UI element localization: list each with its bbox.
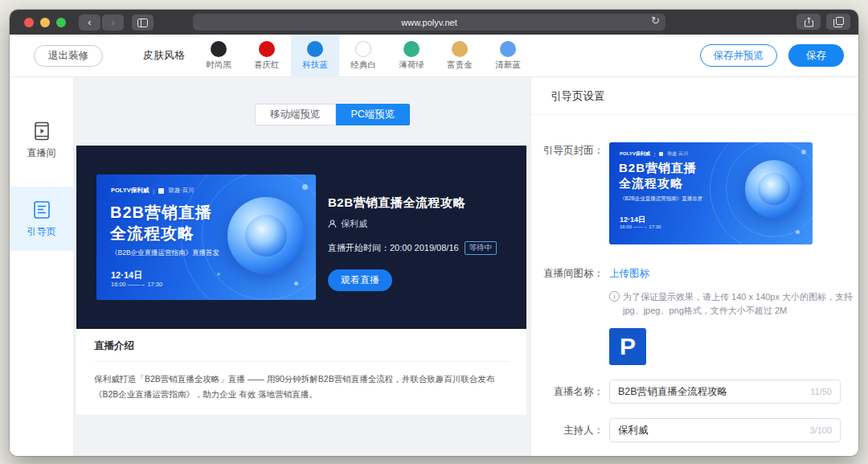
swatch-classic-white[interactable]: 经典白: [339, 35, 387, 76]
back-button[interactable]: ‹: [79, 14, 100, 31]
banner-dot: [294, 281, 298, 285]
watch-live-button[interactable]: 观看直播: [328, 269, 392, 291]
swatch-color-dot: [355, 41, 371, 57]
polyv-logo: POLYV保利威: [111, 187, 149, 195]
swatch-fresh-blue[interactable]: 清新蓝: [484, 35, 532, 76]
swatch-fashion-black[interactable]: 时尚黑: [194, 35, 243, 76]
stream-name-counter: 11/50: [810, 387, 832, 396]
url-text: www.polyv.net: [401, 18, 457, 27]
close-window-button[interactable]: [24, 18, 34, 27]
swatch-color-dot: [211, 41, 227, 57]
swatch-label: 经典白: [350, 60, 376, 71]
banner-date: 12·14日: [111, 269, 142, 281]
tabs-overview-icon[interactable]: [826, 14, 850, 30]
host-counter: 3/100: [809, 425, 832, 435]
forward-button[interactable]: ›: [102, 14, 124, 31]
stream-info: B2B营销直播全流程攻略 保利威 直播开始时间：20:00 2019/08/16…: [328, 195, 514, 291]
intro-divider: [94, 361, 509, 362]
save-and-preview-button[interactable]: 保存并预览: [700, 44, 778, 67]
swatch-rich-gold[interactable]: 富贵金: [436, 35, 484, 76]
cover-banner: POLYV保利威 | 致趣·百川 B2B营销直播 全流程攻略 《B2B企业直播运…: [609, 142, 813, 244]
stream-start-row: 直播开始时间：20:00 2019/08/16 等待中: [328, 241, 514, 255]
save-button[interactable]: 保存: [788, 44, 844, 67]
tab-mobile-preview[interactable]: 移动端预览: [255, 104, 336, 125]
banner-time: 16:00 ——→ 17:30: [111, 281, 162, 288]
livestream-banner: POLYV保利威 | 致趣·百川 B2B营销直播 全流程攻略 《B2B企业直播运…: [96, 175, 316, 300]
host-input[interactable]: 保利威 3/100: [609, 418, 841, 442]
logo-separator: |: [153, 187, 154, 195]
swatch-color-dot: [452, 41, 468, 57]
swatch-festive-red[interactable]: 喜庆红: [243, 35, 291, 76]
swatch-label: 喜庆红: [254, 60, 280, 71]
pc-preview-card: POLYV保利威 | 致趣·百川 B2B营销直播 全流程攻略 《B2B企业直播运…: [76, 146, 526, 415]
reload-icon[interactable]: ↻: [651, 14, 660, 27]
nav-item-label: 引导页: [27, 225, 56, 239]
browser-window: ‹ › www.polyv.net ↻ 退出装修 皮肤风格 时尚黑: [10, 10, 858, 456]
cover-row: 引导页封面： POLYV保利威 |: [531, 142, 858, 244]
toolbar-actions: 保存并预览 保存: [700, 44, 845, 67]
banner-time: 16:00 ——→ 17:30: [620, 224, 661, 229]
traffic-lights: [24, 18, 66, 27]
banner-title-line2: 全流程攻略: [619, 176, 683, 191]
preview-device-tabs: 移动端预览 PC端预览: [255, 104, 410, 125]
banner-sphere-core: [245, 215, 287, 257]
banner-logos: POLYV保利威 | 致趣·百川: [620, 150, 688, 158]
stream-title: B2B营销直播全流程攻略: [328, 195, 514, 211]
swatch-label: 科技蓝: [302, 60, 328, 71]
upload-icon-link[interactable]: 上传图标: [609, 268, 649, 279]
stream-start-time: 直播开始时间：20:00 2019/08/16: [328, 242, 459, 254]
partner-logo-icon: [659, 152, 663, 156]
partner-logo: 致趣·百川: [168, 187, 194, 195]
person-icon: [328, 220, 337, 228]
exit-decoration-button[interactable]: 退出装修: [34, 45, 103, 67]
swatch-label: 清新蓝: [495, 60, 521, 71]
swatch-color-dot: [403, 41, 420, 57]
room-icon-label: 直播间图标：: [531, 265, 604, 365]
intro-heading: 直播介绍: [94, 339, 509, 353]
banner-dot: [217, 273, 220, 276]
address-bar[interactable]: www.polyv.net ↻: [193, 14, 665, 31]
room-icon-row: 直播间图标： 上传图标 i 为了保证显示效果，请上传 140 x 140px 大…: [531, 265, 858, 365]
swatch-mint-green[interactable]: 薄荷绿: [387, 35, 436, 76]
minimize-window-button[interactable]: [40, 18, 50, 27]
nav-item-live-room[interactable]: 直播间: [10, 108, 73, 172]
stream-name-row: 直播名称： B2B营销直播全流程攻略 11/50: [531, 380, 858, 404]
nav-item-guide-page[interactable]: 引导页: [10, 187, 73, 251]
partner-logo: 致趣·百川: [667, 150, 688, 158]
banner-dot: [801, 150, 806, 154]
banner-subtitle: 《B2B企业直播运营指南》直播首发: [111, 248, 219, 258]
banner-sphere-core: [758, 173, 790, 205]
guide-page-icon: [31, 199, 52, 220]
banner-dot: [302, 184, 308, 190]
info-icon: i: [609, 291, 620, 302]
partner-logo-icon: [158, 188, 164, 194]
stream-name-input[interactable]: B2B营销直播全流程攻略 11/50: [609, 380, 841, 404]
skin-swatch-list: 时尚黑 喜庆红 科技蓝 经典白 薄荷绿 富贵金: [194, 35, 532, 76]
room-icon-preview: P: [609, 328, 646, 365]
banner-dot: [796, 230, 800, 234]
banner-subtitle: 《B2B企业直播运营指南》直播首发: [620, 195, 702, 203]
stream-name-label: 直播名称：: [531, 385, 604, 399]
intro-body: 保利威打造「B2B营销直播全攻略」直播 —— 用90分钟拆解B2B营销直播全流程…: [94, 372, 509, 402]
swatch-label: 薄荷绿: [399, 60, 424, 71]
tab-pc-preview[interactable]: PC端预览: [336, 104, 411, 125]
swatch-tech-blue-selected[interactable]: 科技蓝: [291, 35, 339, 76]
share-icon[interactable]: [796, 14, 821, 30]
swatch-label: 时尚黑: [206, 60, 231, 71]
swatch-label: 富贵金: [447, 60, 473, 71]
guide-cover-thumbnail[interactable]: POLYV保利威 | 致趣·百川 B2B营销直播 全流程攻略 《B2B企业直播运…: [609, 142, 813, 244]
live-room-icon: [31, 121, 52, 142]
banner-title-line2: 全流程攻略: [110, 223, 194, 244]
banner-logos: POLYV保利威 | 致趣·百川: [111, 187, 194, 195]
banner-title-line1: B2B营销直播: [110, 202, 212, 224]
upload-hint-text: 为了保证显示效果，请上传 140 x 140px 大小的图标，支持jpg、jpe…: [623, 290, 857, 318]
app-body: 直播间 引导页 移动端预览 PC端预览: [10, 77, 858, 456]
sidebar-toggle-icon[interactable]: [132, 14, 154, 31]
nav-item-label: 直播间: [27, 146, 56, 160]
stream-host: 保利威: [341, 218, 367, 230]
zoom-window-button[interactable]: [56, 18, 66, 27]
browser-titlebar: ‹ › www.polyv.net ↻: [10, 10, 858, 35]
swatch-color-dot: [259, 41, 275, 57]
host-label: 主持人：: [531, 424, 604, 437]
polyv-logo: POLYV保利威: [620, 150, 650, 158]
